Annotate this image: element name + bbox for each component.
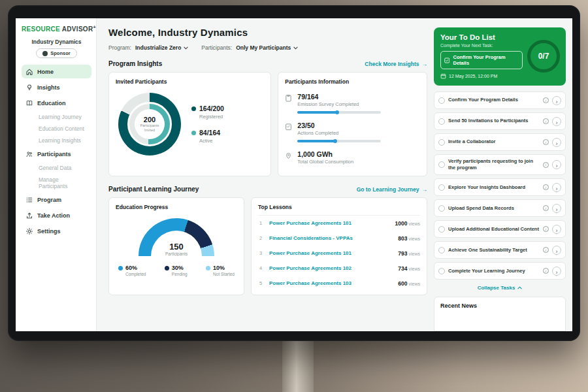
- task-label: Invite a Collaborator: [448, 139, 540, 145]
- task-checkbox[interactable]: [438, 161, 445, 168]
- donut-legend: 164/200 Registered 84/164 Active: [191, 105, 224, 144]
- recent-news-card: Recent News: [434, 297, 566, 331]
- lesson-link[interactable]: Power Purchase Agreements 101: [269, 220, 390, 226]
- sidebar-item-take-action[interactable]: Take Action: [22, 208, 91, 222]
- chevron-right-icon[interactable]: [552, 138, 561, 147]
- info-icon[interactable]: [543, 247, 549, 253]
- chevron-right-icon[interactable]: [552, 246, 561, 255]
- sponsor-badge[interactable]: Sponsor: [36, 48, 76, 58]
- info-icon[interactable]: [543, 205, 549, 211]
- sidebar-item-insights[interactable]: Insights: [22, 80, 91, 94]
- sidebar-item-settings[interactable]: Settings: [22, 224, 91, 238]
- sidebar-item-manage-participants[interactable]: Manage Participants: [22, 174, 91, 191]
- lesson-rank: 4: [259, 265, 264, 271]
- task-label: Complete Your Learning Journey: [448, 268, 540, 274]
- program-filter-value: Industrialize Zero: [135, 44, 181, 51]
- task-checkbox[interactable]: [438, 139, 445, 146]
- lesson-link[interactable]: Power Purchase Agreements 103: [269, 280, 393, 286]
- task-checkbox[interactable]: [438, 97, 445, 104]
- lesson-link[interactable]: Power Purchase Agreements 101: [269, 250, 393, 256]
- task-row[interactable]: Send 50 Invitations to Participants: [434, 112, 566, 130]
- legend-label: Not Started: [213, 272, 235, 276]
- invited-participants-card: Invited Participants 200 Participants In…: [108, 72, 271, 176]
- dashboard-screen: RESOURCE ADVISOR+ Industry Dynamics Spon…: [16, 18, 572, 331]
- sidebar-item-home[interactable]: Home: [22, 65, 91, 78]
- legend-dot: [165, 266, 169, 270]
- task-checkbox[interactable]: [438, 268, 445, 274]
- task-row[interactable]: Verify participants requesting to join t…: [434, 154, 566, 175]
- legend-dot: [118, 266, 123, 270]
- chevron-right-icon[interactable]: [552, 160, 561, 169]
- participants-information-card: Participants Information 79/164 Emission…: [278, 72, 427, 176]
- info-icon[interactable]: [543, 139, 549, 145]
- legend-label: Pending: [172, 272, 188, 276]
- sidebar-item-participants[interactable]: Participants: [22, 147, 91, 161]
- legend-dot: [206, 266, 210, 270]
- sidebar: RESOURCE ADVISOR+ Industry Dynamics Spon…: [16, 18, 97, 331]
- sponsor-badge-label: Sponsor: [50, 50, 70, 56]
- chevron-right-icon[interactable]: [552, 204, 561, 213]
- info-icon[interactable]: [543, 97, 549, 103]
- task-row[interactable]: Upload Additional Educational Content: [434, 220, 566, 238]
- info-icon[interactable]: [543, 162, 549, 168]
- stat-value: 23/50: [297, 122, 381, 129]
- task-row[interactable]: Upload Spend Data Records: [434, 199, 566, 217]
- go-to-learning-journey-link[interactable]: Go to Learning Journey →: [357, 186, 427, 193]
- chevron-right-icon[interactable]: [552, 225, 561, 234]
- sidebar-item-education-content[interactable]: Education Content: [22, 123, 91, 133]
- lesson-rank: 1: [259, 220, 264, 226]
- task-row[interactable]: Complete Your Learning Journey: [434, 262, 566, 280]
- app-logo: RESOURCE ADVISOR+: [22, 25, 91, 33]
- sidebar-item-general-data[interactable]: General Data: [22, 163, 91, 172]
- info-icon[interactable]: [543, 118, 549, 124]
- learning-journey-heading: Participant Learning Journey: [108, 186, 199, 193]
- participants-filter-label: Participants:: [201, 44, 232, 51]
- legend-active: 84/164 Active: [191, 129, 224, 144]
- top-lessons-card: Top Lessons 1 Power Purchase Agreements …: [251, 197, 427, 295]
- lesson-link[interactable]: Power Purchase Agreements 102: [269, 265, 393, 271]
- info-icon[interactable]: [543, 226, 549, 232]
- legend-label: Registered: [199, 114, 224, 120]
- sidebar-item-program[interactable]: Program: [22, 193, 91, 206]
- task-row[interactable]: Explore Your Insights Dashboard: [434, 178, 566, 196]
- sidebar-item-label: Settings: [37, 228, 61, 235]
- lesson-link[interactable]: Financial Considerations - VPPAs: [269, 235, 393, 241]
- arrow-right-icon: →: [422, 61, 428, 67]
- task-checkbox[interactable]: [438, 226, 445, 233]
- task-row[interactable]: Confirm Your Program Details: [434, 91, 566, 109]
- task-label: Verify participants requesting to join t…: [448, 158, 540, 171]
- logo-resource: RESOURCE: [22, 25, 60, 33]
- monitor-stand: [282, 340, 314, 392]
- task-row[interactable]: Invite a Collaborator: [434, 133, 566, 151]
- next-task-box[interactable]: Confirm Your Program Details: [440, 51, 523, 69]
- task-checkbox[interactable]: [438, 184, 445, 191]
- home-icon: [25, 68, 33, 76]
- check-more-insights-link[interactable]: Check More Insights →: [365, 61, 427, 67]
- chevron-right-icon[interactable]: [552, 96, 561, 105]
- org-name: Industry Dynamics: [22, 39, 91, 45]
- sidebar-nav: Home Insights Education Learning Journey…: [22, 65, 91, 238]
- legend-value: 10%: [213, 265, 225, 271]
- task-row[interactable]: Achieve One Sustainability Target: [434, 241, 566, 259]
- chevron-right-icon[interactable]: [552, 117, 561, 126]
- sidebar-item-education[interactable]: Education: [22, 96, 91, 110]
- collapse-tasks-link[interactable]: Collapse Tasks: [478, 285, 523, 291]
- filter-bar: Program: Industrialize Zero Participants…: [108, 44, 427, 51]
- info-icon[interactable]: [543, 268, 549, 274]
- task-checkbox[interactable]: [438, 205, 445, 212]
- task-checkbox[interactable]: [438, 118, 445, 125]
- task-label: Confirm Your Program Details: [448, 97, 540, 103]
- info-icon[interactable]: [543, 184, 549, 190]
- task-checkbox[interactable]: [438, 247, 445, 253]
- sidebar-item-learning-insights[interactable]: Learning Insights: [22, 135, 91, 145]
- stat-label: Emission Survey Completed: [297, 101, 381, 107]
- views-word: views: [408, 267, 420, 271]
- chevron-right-icon[interactable]: [552, 183, 561, 192]
- program-filter-dropdown[interactable]: Industrialize Zero: [135, 44, 188, 51]
- chevron-up-icon: [517, 286, 522, 289]
- donut-center-label: Participants Invited: [137, 123, 163, 133]
- chevron-right-icon[interactable]: [552, 267, 561, 276]
- participants-filter-dropdown[interactable]: Only My Participants: [236, 44, 298, 51]
- sidebar-item-learning-journey[interactable]: Learning Journey: [22, 112, 91, 122]
- legend-pending: 30% Pending: [165, 265, 188, 276]
